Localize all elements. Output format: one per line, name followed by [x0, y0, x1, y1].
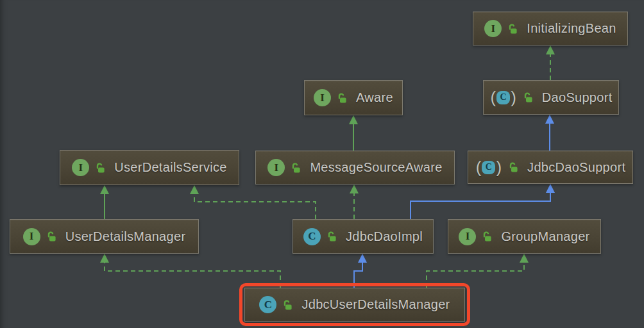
abstract-class-icon: (C) — [475, 160, 502, 174]
node-label: MessageSourceAware — [310, 160, 442, 175]
edge-jdbc-user-details-manager--user-details-manager — [100, 254, 280, 288]
interface-icon: I — [72, 159, 89, 176]
class-icon: C — [496, 91, 510, 104]
class-icon: C — [303, 228, 321, 245]
node-label: DaoSupport — [542, 90, 613, 105]
unlocked-icon — [523, 92, 534, 103]
interface-icon: I — [267, 159, 285, 176]
interface-icon: I — [314, 89, 331, 106]
paren-close: ) — [510, 90, 517, 104]
arrowhead-icon — [520, 254, 529, 263]
class-node-initializing-bean[interactable]: IInitializingBean — [473, 12, 628, 45]
paren-open: ( — [489, 90, 496, 104]
uml-diagram-canvas: IInitializingBean(C)DaoSupportIAwareIUse… — [0, 0, 644, 328]
unlocked-icon — [95, 162, 106, 174]
class-node-group-manager[interactable]: IGroupManager — [448, 219, 601, 254]
class-node-jdbc-user-details-manager[interactable]: CJdbcUserDetailsManager — [244, 288, 465, 322]
paren-open: ( — [475, 160, 482, 174]
edge-user-details-manager--user-details-service — [100, 185, 109, 219]
edge-message-source-aware--aware — [349, 115, 358, 151]
class-icon: C — [482, 161, 495, 174]
arrowhead-icon — [190, 185, 199, 194]
class-node-user-details-manager[interactable]: IUserDetailsManager — [10, 219, 199, 254]
edge-jdbc-dao-impl--user-details-service — [190, 185, 316, 219]
unlocked-icon — [291, 162, 302, 174]
class-node-jdbc-dao-impl[interactable]: CJdbcDaoImpl — [292, 219, 434, 254]
arrowhead-icon — [350, 184, 359, 193]
arrowhead-icon — [100, 254, 109, 263]
arrowhead-icon — [546, 45, 555, 54]
edge-jdbc-user-details-manager--group-manager — [427, 254, 529, 288]
arrowhead-icon — [349, 115, 358, 124]
edge-jdbc-dao-impl--message-source-aware — [350, 184, 359, 219]
node-label: Aware — [356, 90, 393, 105]
class-node-user-details-service[interactable]: IUserDetailsService — [60, 150, 239, 185]
interface-icon: I — [459, 228, 476, 245]
arrowhead-icon — [358, 254, 367, 263]
paren-close: ) — [495, 160, 502, 174]
arrowhead-icon — [100, 185, 109, 194]
node-label: InitializingBean — [527, 21, 616, 36]
edge-dao-support--initializing-bean — [546, 45, 555, 80]
node-label: UserDetailsManager — [65, 229, 186, 244]
class-node-aware[interactable]: IAware — [304, 80, 403, 115]
unlocked-icon — [337, 92, 348, 104]
node-label: UserDetailsService — [114, 160, 226, 175]
node-label: JdbcDaoSupport — [527, 160, 625, 175]
node-label: JdbcUserDetailsManager — [301, 297, 450, 312]
edge-jdbc-user-details-manager--jdbc-dao-impl — [354, 254, 367, 288]
interface-icon: I — [23, 228, 40, 245]
unlocked-icon — [507, 23, 519, 35]
class-node-dao-support[interactable]: (C)DaoSupport — [483, 80, 619, 115]
unlocked-icon — [46, 231, 58, 242]
class-node-message-source-aware[interactable]: IMessageSourceAware — [255, 151, 455, 184]
edge-jdbc-dao-support--dao-support — [545, 115, 554, 151]
arrowhead-icon — [546, 184, 555, 193]
unlocked-icon — [282, 299, 294, 311]
arrowhead-icon — [545, 115, 554, 124]
node-label: JdbcDaoImpl — [346, 229, 423, 244]
interface-icon: I — [484, 20, 502, 37]
node-label: GroupManager — [501, 229, 589, 244]
edge-jdbc-dao-impl--jdbc-dao-support — [411, 184, 555, 219]
abstract-class-icon: (C) — [489, 90, 516, 104]
unlocked-icon — [508, 161, 520, 173]
unlocked-icon — [482, 231, 493, 242]
class-icon: C — [259, 296, 276, 313]
class-node-jdbc-dao-support[interactable]: (C)JdbcDaoSupport — [468, 151, 633, 184]
unlocked-icon — [326, 231, 338, 242]
